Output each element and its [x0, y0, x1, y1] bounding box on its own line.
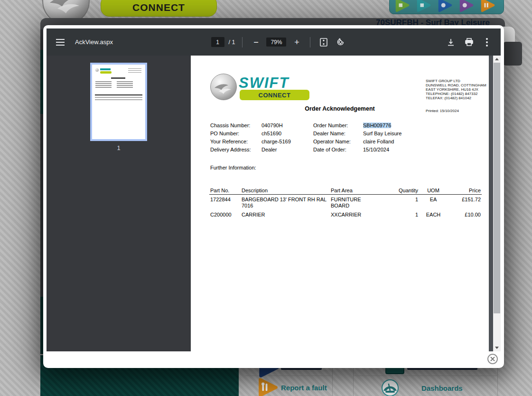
- order-number-selected: SBH009776: [363, 123, 391, 128]
- orange-arrow-icon[interactable]: [480, 0, 496, 12]
- doc-swift-badge: [210, 74, 237, 100]
- doc-connect-pill: CONNECT: [240, 90, 309, 100]
- doc-brand-wordmark: SWIFT: [239, 75, 289, 92]
- thumbnail-page-number: 1: [90, 144, 147, 151]
- field-value: 040790H: [261, 122, 313, 130]
- toolbar-separator: [242, 37, 243, 47]
- table-row: C200000 CARRIER XXCARRIER 1 EACH £10.00: [209, 210, 482, 219]
- company-line: EAST YORKSHIRE, HU16 4JX: [426, 87, 487, 92]
- connect-banner-label: CONNECT: [132, 2, 185, 16]
- thumb-logo: [95, 68, 99, 72]
- rotate-icon[interactable]: [334, 36, 346, 48]
- parts-table-header-row: Part No. Description Part Area Quantity …: [209, 188, 482, 195]
- document-area: SWIFT CONNECT SWIFT GROUP LTD DUNSWELL R…: [191, 56, 501, 351]
- pdf-content-area: 1 SWIFT CONNECT SWIFT: [47, 56, 501, 351]
- page-count-label: / 1: [229, 39, 235, 46]
- company-line: DUNSWELL ROAD, COTTINGHAM: [426, 83, 487, 87]
- further-information-label: Further Information:: [210, 165, 256, 170]
- field-value: claire Folland: [363, 138, 401, 146]
- doc-swift-bird-icon: [211, 74, 236, 100]
- field-label: Your Reference:: [210, 138, 261, 146]
- doc-connect-label: CONNECT: [259, 92, 291, 99]
- thumb-table-row-line: [95, 99, 142, 100]
- close-icon[interactable]: [487, 354, 498, 364]
- zoom-level-display: 79%: [266, 38, 286, 47]
- page-zoom-controls: / 1 − 79% +: [211, 36, 347, 48]
- thumb-fields-left: [95, 81, 112, 88]
- report-fault-icon[interactable]: [257, 377, 279, 396]
- print-icon[interactable]: [463, 36, 475, 48]
- connect-banner: CONNECT: [101, 0, 217, 17]
- modal-footer: [43, 351, 504, 368]
- toolbar-separator: [310, 37, 310, 47]
- field-label: PO Number:: [210, 130, 261, 138]
- pdf-modal: AckView.aspx / 1 − 79% +: [43, 25, 504, 368]
- zoom-in-button[interactable]: +: [290, 36, 303, 48]
- cell-part-no: 1722844: [209, 195, 241, 210]
- portal-side-widget: [503, 42, 522, 66]
- document-page: SWIFT CONNECT SWIFT GROUP LTD DUNSWELL R…: [191, 56, 489, 351]
- col-price: Price: [448, 188, 482, 195]
- field-label: Date of Order:: [313, 146, 363, 154]
- more-options-kebab-icon[interactable]: [481, 36, 493, 48]
- menu-divider-horizontal: [353, 376, 497, 376]
- field-value: SBH009776: [363, 122, 401, 130]
- thumb-connect-bar: [100, 71, 112, 74]
- scroll-down-arrow[interactable]: [493, 344, 501, 351]
- parts-table: Part No. Description Part Area Quantity …: [209, 188, 482, 219]
- field-value: Dealer: [261, 146, 313, 154]
- dashboards-link[interactable]: Dashboards: [421, 384, 463, 392]
- thumb-fields-right: [117, 81, 133, 88]
- green-arrow-icon[interactable]: [394, 0, 411, 12]
- cell-part-no: C200000: [209, 210, 241, 219]
- pdf-filename: AckView.aspx: [75, 38, 113, 46]
- col-uom: UOM: [419, 188, 448, 195]
- company-address-block: SWIFT GROUP LTD DUNSWELL ROAD, COTTINGHA…: [426, 79, 487, 100]
- page-thumbnail[interactable]: 1: [90, 63, 147, 151]
- thumb-table-row-line: [95, 97, 142, 98]
- field-value: Surf Bay Leisure: [363, 130, 401, 138]
- cell-uom: EACH: [419, 210, 448, 219]
- col-description: Description: [241, 188, 330, 195]
- teal-arrow-icon[interactable]: [416, 0, 432, 12]
- scrollbar-thumb[interactable]: [494, 63, 500, 313]
- scroll-up-arrow[interactable]: [493, 56, 501, 63]
- cell-quantity: 1: [381, 195, 419, 210]
- cell-price: £10.00: [448, 210, 482, 219]
- purple-arrow-icon[interactable]: [458, 0, 475, 12]
- toolbar-actions: [445, 36, 493, 48]
- field-value: ch51690: [261, 130, 313, 138]
- company-line: SWIFT GROUP LTD: [426, 79, 487, 83]
- pdf-toolbar: AckView.aspx / 1 − 79% +: [47, 28, 501, 56]
- field-label: Chassis Number:: [210, 122, 261, 130]
- report-fault-link[interactable]: Report a fault: [281, 384, 327, 392]
- table-row: 1722844 BARGEBOARD 13' FRONT RH RAL 7016…: [209, 195, 482, 210]
- fit-to-page-icon[interactable]: [317, 36, 330, 48]
- thumbnail-sidebar: 1: [47, 56, 191, 351]
- thumb-address-lines: [128, 68, 141, 74]
- download-icon[interactable]: [445, 36, 457, 48]
- vertical-scrollbar[interactable]: [493, 56, 501, 351]
- field-value: charge-5169: [261, 138, 313, 146]
- order-fields: Chassis Number: 040790H Order Number: SB…: [210, 122, 401, 154]
- pdf-viewer: AckView.aspx / 1 − 79% +: [47, 28, 501, 351]
- cell-quantity: 1: [381, 210, 419, 219]
- blue-arrow-icon[interactable]: [437, 0, 453, 12]
- field-label: Dealer Name:: [313, 130, 363, 138]
- cell-description: BARGEBOARD 13' FRONT RH RAL 7016: [241, 195, 330, 210]
- cell-price: £151.72: [448, 195, 482, 210]
- col-quantity: Quantity: [381, 188, 419, 195]
- thumb-title-bar: [111, 77, 125, 79]
- field-label: Operator Name:: [313, 138, 363, 146]
- menu-hamburger-icon[interactable]: [54, 36, 66, 48]
- col-part-area: Part Area: [330, 188, 381, 195]
- thumbnail-minidoc: [90, 63, 147, 141]
- cell-part-area: FURNITURE BOARD: [330, 195, 381, 210]
- field-label: Order Number:: [313, 122, 363, 130]
- page-number-input[interactable]: [211, 37, 224, 47]
- dashboards-icon[interactable]: [380, 378, 401, 396]
- thumb-table-header-line: [95, 94, 142, 95]
- cell-part-area: XXCARRIER: [330, 210, 381, 219]
- zoom-out-button[interactable]: −: [250, 36, 262, 48]
- document-title: Order Acknowledgement: [191, 105, 489, 112]
